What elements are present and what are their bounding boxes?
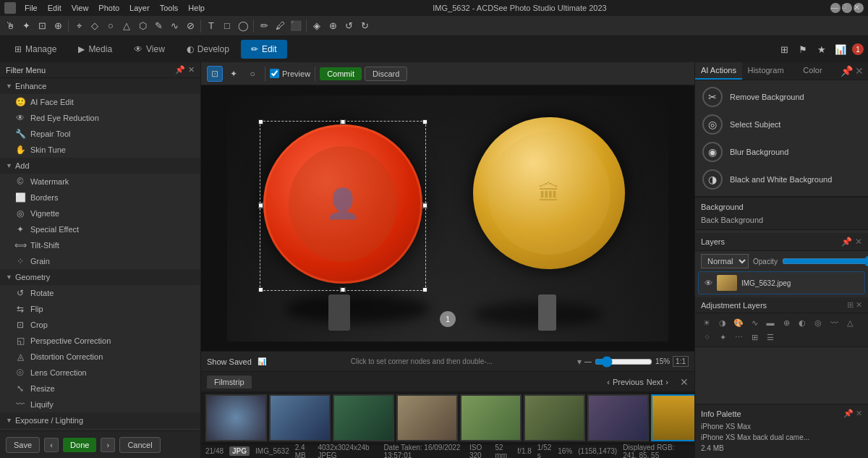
toolbar-icon-2[interactable]: ✦ (19, 19, 33, 33)
toolbar-icon-9[interactable]: ⬡ (135, 19, 150, 33)
select-tool[interactable]: ⊡ (207, 66, 223, 82)
tab-develop[interactable]: ◐ Develop (176, 40, 239, 59)
toolbar-icon-21[interactable]: ↺ (341, 19, 356, 33)
toolbar-icon-4[interactable]: ⊕ (51, 19, 65, 33)
adj-noise-icon[interactable]: ⁘ (699, 331, 714, 344)
prev-chevron[interactable]: ‹ (607, 378, 610, 386)
menu-item-distortion[interactable]: ◬ Distortion Correction (0, 349, 200, 365)
adj-list-icon[interactable]: ☰ (763, 331, 778, 344)
toolbar-icon-5[interactable]: ⌖ (72, 19, 86, 33)
action-remove-background[interactable]: ✂ Remove Background (695, 83, 868, 111)
toolbar-icon-13[interactable]: T (204, 19, 218, 33)
handle-bl[interactable] (258, 287, 263, 292)
toolbar-icon-18[interactable]: ⬛ (289, 19, 303, 33)
toolbar-icon-14[interactable]: □ (220, 19, 234, 33)
opacity-slider[interactable] (782, 255, 868, 267)
menu-item-rotate[interactable]: ↺ Rotate (0, 285, 200, 301)
toolbar-icon-7[interactable]: ○ (103, 19, 118, 33)
cancel-button[interactable]: Cancel (119, 437, 160, 453)
close-right-icon[interactable]: ✕ (855, 65, 864, 77)
preview-checkbox[interactable] (270, 69, 279, 78)
previous-label[interactable]: Previous (613, 378, 644, 386)
toolbar-icon-17[interactable]: 🖊 (273, 19, 287, 33)
flag-icon[interactable]: ⚑ (796, 42, 810, 56)
commit-button[interactable]: Commit (320, 67, 362, 80)
tab-edit[interactable]: ✏ Edit (241, 40, 287, 59)
adj-hsl-icon[interactable]: ⊕ (779, 316, 793, 329)
action-blur-background[interactable]: ◉ Blur Background (695, 138, 868, 166)
grid-icon[interactable]: ⊞ (777, 42, 791, 56)
adj-expand2-icon[interactable]: ⊞ (747, 331, 762, 344)
handle-tr[interactable] (422, 119, 427, 124)
handle-mr[interactable] (422, 203, 427, 208)
badge-icon[interactable]: 1 (852, 43, 864, 55)
image-area[interactable]: 👤 🏛 (201, 85, 694, 351)
menu-item-special-effect[interactable]: ✦ Special Effect (0, 221, 200, 237)
adj-bw-icon[interactable]: ◐ (795, 316, 809, 329)
star-icon[interactable]: ★ (814, 42, 829, 56)
section-geometry[interactable]: ▼ Geometry (0, 269, 200, 285)
adj-sharpen-icon[interactable]: △ (843, 316, 857, 329)
handle-tm[interactable] (341, 119, 346, 124)
menu-help[interactable]: Help (184, 2, 209, 14)
tab-media[interactable]: ▶ Media (68, 40, 122, 59)
thumb-2[interactable] (269, 394, 331, 441)
zoom-down-icon[interactable]: ▾ (577, 357, 582, 367)
prev-arrow[interactable]: ‹ (44, 438, 59, 452)
thumb-3[interactable] (333, 394, 394, 441)
layer-row-1[interactable]: 👁 IMG_5632.jpeg (698, 271, 865, 294)
adj-close-icon[interactable]: ✕ (856, 300, 862, 310)
info-close-icon[interactable]: ✕ (856, 409, 862, 418)
thumb-7[interactable] (587, 394, 649, 441)
maximize-button[interactable]: □ (842, 3, 852, 13)
toolbar-icon-19[interactable]: ◈ (310, 19, 324, 33)
menu-item-red-eye[interactable]: 👁 Red Eye Reduction (0, 110, 200, 126)
adj-healing-icon[interactable]: ✦ (715, 331, 730, 344)
close-button[interactable]: ✕ (854, 3, 864, 13)
toolbar-icon-8[interactable]: △ (119, 19, 134, 33)
adj-expand-icon[interactable]: ⊞ (847, 300, 854, 310)
blend-mode-select[interactable]: Normal (701, 254, 749, 268)
toolbar-icon-11[interactable]: ∿ (167, 19, 182, 33)
tab-color[interactable]: Color (789, 62, 836, 80)
show-saved-button[interactable]: Show Saved (207, 357, 252, 366)
tab-histogram[interactable]: Histogram (742, 62, 789, 80)
handle-ml[interactable] (258, 203, 263, 208)
toolbar-icon-12[interactable]: ⊘ (183, 19, 197, 33)
menu-layer[interactable]: Layer (125, 2, 154, 14)
menu-item-perspective[interactable]: ◱ Perspective Correction (0, 333, 200, 349)
handle-br[interactable] (422, 287, 427, 292)
toolbar-icon-6[interactable]: ◇ (88, 19, 102, 33)
section-enhance[interactable]: ▼ Enhance (0, 78, 200, 94)
done-button[interactable]: Done (63, 438, 96, 452)
minimize-button[interactable]: — (830, 3, 841, 13)
toolbar-icon-10[interactable]: ✎ (151, 19, 166, 33)
handle-tl[interactable] (258, 119, 263, 124)
adj-contrast-icon[interactable]: ◑ (715, 316, 730, 329)
layers-close-icon[interactable]: ✕ (855, 237, 862, 247)
menu-item-repair-tool[interactable]: 🔧 Repair Tool (0, 126, 200, 142)
section-exposure[interactable]: ▼ Exposure / Lighting (0, 412, 200, 428)
thumb-8-active[interactable] (651, 394, 694, 441)
chart-icon[interactable]: 📊 (833, 42, 848, 56)
layer-eye-icon[interactable]: 👁 (705, 279, 712, 287)
adj-levels-icon[interactable]: ▬ (763, 316, 778, 329)
tab-view[interactable]: 👁 View (124, 40, 175, 59)
menu-item-crop[interactable]: ⊡ Crop (0, 317, 200, 333)
section-add[interactable]: ▼ Add (0, 158, 200, 174)
tab-ai-actions[interactable]: AI Actions (695, 62, 742, 80)
preview-checkbox-label[interactable]: Preview (270, 69, 310, 78)
menu-item-liquify[interactable]: 〰 Liquify (0, 396, 200, 412)
action-bw-background[interactable]: ◑ Black and White Background (695, 166, 868, 193)
thumb-6[interactable] (524, 394, 585, 441)
menu-tools[interactable]: Tools (156, 2, 183, 14)
left-scroll[interactable]: ▼ Enhance 🙂 AI Face Edit 👁 Red Eye Reduc… (0, 78, 200, 431)
toolbar-icon-20[interactable]: ⊕ (326, 19, 340, 33)
thumb-1[interactable] (205, 394, 267, 441)
menu-item-ai-face-edit[interactable]: 🙂 AI Face Edit (0, 94, 200, 110)
toolbar-icon-15[interactable]: ◯ (236, 19, 250, 33)
pin-icon[interactable]: 📌 (175, 65, 185, 75)
menu-item-grain[interactable]: ⁘ Grain (0, 253, 200, 269)
handle-bm[interactable] (341, 287, 346, 292)
menu-photo[interactable]: Photo (94, 2, 124, 14)
